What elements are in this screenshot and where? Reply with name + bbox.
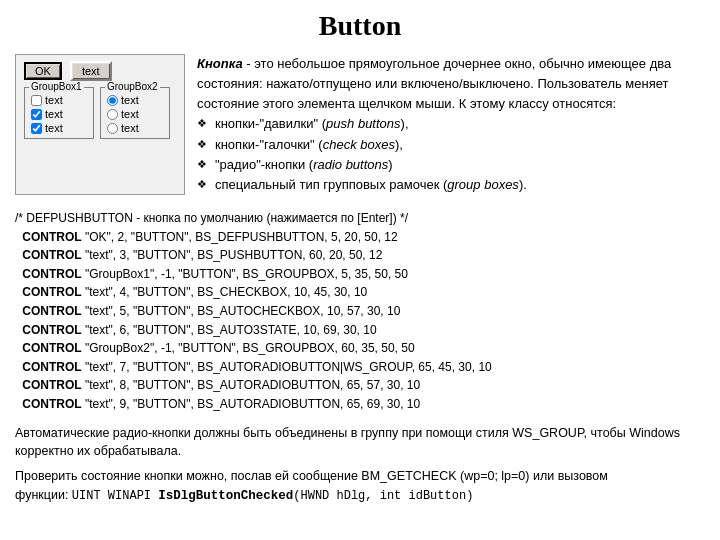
groupbox1-label: GroupBox1 [29, 81, 84, 92]
code-line-1: CONTROL "OK", 2, "BUTTON", BS_DEFPUSHBUT… [15, 228, 705, 247]
radio-2[interactable] [107, 109, 118, 120]
groupbox1: GroupBox1 text text text [24, 87, 94, 139]
footer-mono-func: IsDlgButtonChecked [158, 489, 293, 503]
checkbox-item-3[interactable]: text [31, 122, 87, 134]
radio-3[interactable] [107, 123, 118, 134]
radio-item-1[interactable]: text [107, 94, 163, 106]
ok-button[interactable]: OK [24, 62, 62, 80]
code-line-10: CONTROL "text", 9, "BUTTON", BS_AUTORADI… [15, 395, 705, 414]
footer-text-2: Проверить состояние кнопки можно, послав… [15, 467, 705, 506]
list-item-4: специальный тип групповых рамочек (group… [197, 175, 705, 195]
code-line-3: CONTROL "GroupBox1", -1, "BUTTON", BS_GR… [15, 265, 705, 284]
preview-groups: GroupBox1 text text text GroupBox2 text … [24, 87, 176, 139]
groupbox2-label: GroupBox2 [105, 81, 160, 92]
code-line-4: CONTROL "text", 4, "BUTTON", BS_CHECKBOX… [15, 283, 705, 302]
description-intro: - это небольшое прямоугольное дочернее о… [197, 56, 671, 111]
description-list: кнопки-"давилки" (push buttons), кнопки-… [197, 114, 705, 195]
checkbox-1[interactable] [31, 95, 42, 106]
checkbox-item-1[interactable]: text [31, 94, 87, 106]
code-line-9: CONTROL "text", 8, "BUTTON", BS_AUTORADI… [15, 376, 705, 395]
groupbox1-items: text text text [31, 94, 87, 134]
code-line-2: CONTROL "text", 3, "BUTTON", BS_PUSHBUTT… [15, 246, 705, 265]
code-comment: /* DEFPUSHBUTTON - кнопка по умолчанию (… [15, 211, 408, 225]
groupbox2-items: text text text [107, 94, 163, 134]
code-line-8: CONTROL "text", 7, "BUTTON", BS_AUTORADI… [15, 358, 705, 377]
footer-mono-1: UINT WINAPI [72, 489, 158, 503]
top-section: OK text GroupBox1 text text text GroupBo… [15, 54, 705, 195]
checkbox-3[interactable] [31, 123, 42, 134]
groupbox2: GroupBox2 text text text [100, 87, 170, 139]
footer-text-1-content: Автоматические радио-кнопки должны быть … [15, 426, 680, 459]
checkbox-2[interactable] [31, 109, 42, 120]
list-item-2: кнопки-"галочки" (check boxes), [197, 135, 705, 155]
checkbox-item-2[interactable]: text [31, 108, 87, 120]
radio-item-3[interactable]: text [107, 122, 163, 134]
radio-1[interactable] [107, 95, 118, 106]
list-item-3: "радио"-кнопки (radio buttons) [197, 155, 705, 175]
description-title: Кнопка [197, 56, 243, 71]
description: Кнопка - это небольшое прямоугольное доч… [197, 54, 705, 195]
code-line-6: CONTROL "text", 6, "BUTTON", BS_AUTO3STA… [15, 321, 705, 340]
preview-box: OK text GroupBox1 text text text GroupBo… [15, 54, 185, 195]
code-line-5: CONTROL "text", 5, "BUTTON", BS_AUTOCHEC… [15, 302, 705, 321]
footer-text-1: Автоматические радио-кнопки должны быть … [15, 424, 705, 462]
text-button[interactable]: text [70, 61, 112, 81]
footer-mono-2: (HWND hDlg, int idButton) [293, 489, 473, 503]
list-item-1: кнопки-"давилки" (push buttons), [197, 114, 705, 134]
page-title: Button [15, 10, 705, 42]
preview-top: OK text [24, 61, 176, 81]
code-line-7: CONTROL "GroupBox2", -1, "BUTTON", BS_GR… [15, 339, 705, 358]
radio-item-2[interactable]: text [107, 108, 163, 120]
code-section: /* DEFPUSHBUTTON - кнопка по умолчанию (… [15, 209, 705, 414]
